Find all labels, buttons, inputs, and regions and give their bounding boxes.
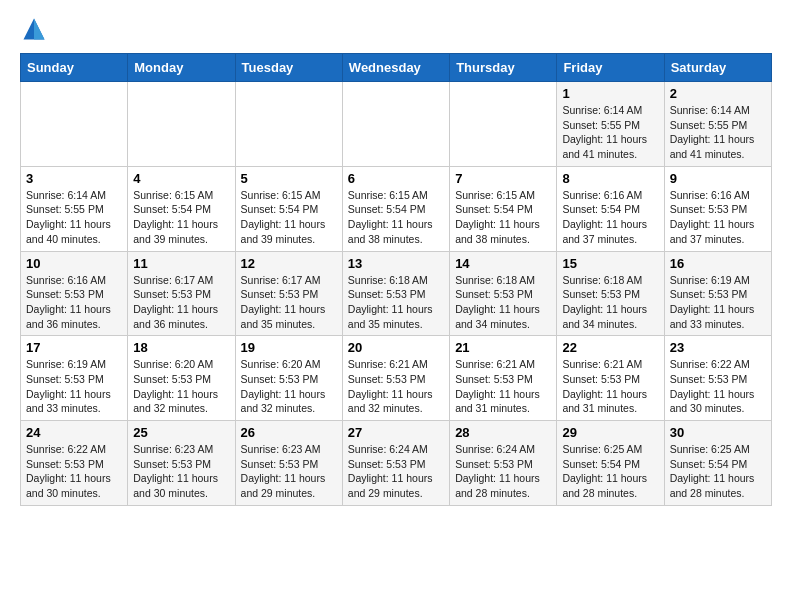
day-number: 10 — [26, 256, 122, 271]
day-number: 3 — [26, 171, 122, 186]
day-number: 2 — [670, 86, 766, 101]
day-info: Sunrise: 6:19 AM Sunset: 5:53 PM Dayligh… — [670, 273, 766, 332]
calendar-cell: 16Sunrise: 6:19 AM Sunset: 5:53 PM Dayli… — [664, 251, 771, 336]
calendar-cell: 20Sunrise: 6:21 AM Sunset: 5:53 PM Dayli… — [342, 336, 449, 421]
day-info: Sunrise: 6:21 AM Sunset: 5:53 PM Dayligh… — [562, 357, 658, 416]
day-number: 22 — [562, 340, 658, 355]
calendar-week-row: 24Sunrise: 6:22 AM Sunset: 5:53 PM Dayli… — [21, 421, 772, 506]
svg-marker-1 — [34, 19, 45, 40]
weekday-header: Sunday — [21, 54, 128, 82]
calendar-week-row: 17Sunrise: 6:19 AM Sunset: 5:53 PM Dayli… — [21, 336, 772, 421]
day-number: 25 — [133, 425, 229, 440]
day-info: Sunrise: 6:22 AM Sunset: 5:53 PM Dayligh… — [670, 357, 766, 416]
day-number: 20 — [348, 340, 444, 355]
day-number: 4 — [133, 171, 229, 186]
page: SundayMondayTuesdayWednesdayThursdayFrid… — [0, 0, 792, 526]
weekday-header: Tuesday — [235, 54, 342, 82]
day-info: Sunrise: 6:16 AM Sunset: 5:53 PM Dayligh… — [670, 188, 766, 247]
weekday-header: Thursday — [450, 54, 557, 82]
logo — [20, 15, 52, 43]
day-info: Sunrise: 6:22 AM Sunset: 5:53 PM Dayligh… — [26, 442, 122, 501]
day-info: Sunrise: 6:24 AM Sunset: 5:53 PM Dayligh… — [348, 442, 444, 501]
calendar-cell — [21, 82, 128, 167]
day-info: Sunrise: 6:16 AM Sunset: 5:53 PM Dayligh… — [26, 273, 122, 332]
day-info: Sunrise: 6:18 AM Sunset: 5:53 PM Dayligh… — [455, 273, 551, 332]
calendar-cell: 8Sunrise: 6:16 AM Sunset: 5:54 PM Daylig… — [557, 166, 664, 251]
weekday-header: Monday — [128, 54, 235, 82]
calendar-cell: 4Sunrise: 6:15 AM Sunset: 5:54 PM Daylig… — [128, 166, 235, 251]
calendar-cell: 30Sunrise: 6:25 AM Sunset: 5:54 PM Dayli… — [664, 421, 771, 506]
day-info: Sunrise: 6:21 AM Sunset: 5:53 PM Dayligh… — [455, 357, 551, 416]
day-number: 23 — [670, 340, 766, 355]
day-number: 30 — [670, 425, 766, 440]
calendar-cell: 9Sunrise: 6:16 AM Sunset: 5:53 PM Daylig… — [664, 166, 771, 251]
calendar-cell: 15Sunrise: 6:18 AM Sunset: 5:53 PM Dayli… — [557, 251, 664, 336]
calendar-header-row: SundayMondayTuesdayWednesdayThursdayFrid… — [21, 54, 772, 82]
day-number: 13 — [348, 256, 444, 271]
day-number: 7 — [455, 171, 551, 186]
calendar-cell: 5Sunrise: 6:15 AM Sunset: 5:54 PM Daylig… — [235, 166, 342, 251]
calendar-cell — [128, 82, 235, 167]
calendar-cell: 28Sunrise: 6:24 AM Sunset: 5:53 PM Dayli… — [450, 421, 557, 506]
day-info: Sunrise: 6:25 AM Sunset: 5:54 PM Dayligh… — [670, 442, 766, 501]
calendar-cell: 22Sunrise: 6:21 AM Sunset: 5:53 PM Dayli… — [557, 336, 664, 421]
calendar-cell: 17Sunrise: 6:19 AM Sunset: 5:53 PM Dayli… — [21, 336, 128, 421]
weekday-header: Saturday — [664, 54, 771, 82]
day-number: 28 — [455, 425, 551, 440]
day-info: Sunrise: 6:18 AM Sunset: 5:53 PM Dayligh… — [348, 273, 444, 332]
calendar-cell: 11Sunrise: 6:17 AM Sunset: 5:53 PM Dayli… — [128, 251, 235, 336]
day-number: 18 — [133, 340, 229, 355]
day-info: Sunrise: 6:16 AM Sunset: 5:54 PM Dayligh… — [562, 188, 658, 247]
calendar-cell: 21Sunrise: 6:21 AM Sunset: 5:53 PM Dayli… — [450, 336, 557, 421]
calendar-week-row: 1Sunrise: 6:14 AM Sunset: 5:55 PM Daylig… — [21, 82, 772, 167]
day-number: 9 — [670, 171, 766, 186]
calendar-table: SundayMondayTuesdayWednesdayThursdayFrid… — [20, 53, 772, 506]
calendar-cell — [235, 82, 342, 167]
day-number: 27 — [348, 425, 444, 440]
day-number: 12 — [241, 256, 337, 271]
day-number: 29 — [562, 425, 658, 440]
calendar-week-row: 3Sunrise: 6:14 AM Sunset: 5:55 PM Daylig… — [21, 166, 772, 251]
day-info: Sunrise: 6:23 AM Sunset: 5:53 PM Dayligh… — [133, 442, 229, 501]
day-info: Sunrise: 6:21 AM Sunset: 5:53 PM Dayligh… — [348, 357, 444, 416]
day-number: 15 — [562, 256, 658, 271]
calendar-cell: 14Sunrise: 6:18 AM Sunset: 5:53 PM Dayli… — [450, 251, 557, 336]
calendar-cell: 29Sunrise: 6:25 AM Sunset: 5:54 PM Dayli… — [557, 421, 664, 506]
logo-icon — [20, 15, 48, 43]
calendar-cell: 23Sunrise: 6:22 AM Sunset: 5:53 PM Dayli… — [664, 336, 771, 421]
day-info: Sunrise: 6:14 AM Sunset: 5:55 PM Dayligh… — [670, 103, 766, 162]
day-number: 24 — [26, 425, 122, 440]
day-number: 11 — [133, 256, 229, 271]
day-info: Sunrise: 6:25 AM Sunset: 5:54 PM Dayligh… — [562, 442, 658, 501]
day-info: Sunrise: 6:18 AM Sunset: 5:53 PM Dayligh… — [562, 273, 658, 332]
day-number: 5 — [241, 171, 337, 186]
day-info: Sunrise: 6:15 AM Sunset: 5:54 PM Dayligh… — [133, 188, 229, 247]
weekday-header: Wednesday — [342, 54, 449, 82]
day-info: Sunrise: 6:14 AM Sunset: 5:55 PM Dayligh… — [26, 188, 122, 247]
calendar-cell — [342, 82, 449, 167]
calendar-cell: 6Sunrise: 6:15 AM Sunset: 5:54 PM Daylig… — [342, 166, 449, 251]
day-number: 19 — [241, 340, 337, 355]
day-info: Sunrise: 6:24 AM Sunset: 5:53 PM Dayligh… — [455, 442, 551, 501]
day-info: Sunrise: 6:20 AM Sunset: 5:53 PM Dayligh… — [133, 357, 229, 416]
header — [20, 15, 772, 43]
day-info: Sunrise: 6:15 AM Sunset: 5:54 PM Dayligh… — [348, 188, 444, 247]
calendar-cell: 12Sunrise: 6:17 AM Sunset: 5:53 PM Dayli… — [235, 251, 342, 336]
calendar-week-row: 10Sunrise: 6:16 AM Sunset: 5:53 PM Dayli… — [21, 251, 772, 336]
calendar-cell: 13Sunrise: 6:18 AM Sunset: 5:53 PM Dayli… — [342, 251, 449, 336]
day-info: Sunrise: 6:15 AM Sunset: 5:54 PM Dayligh… — [241, 188, 337, 247]
calendar-cell: 19Sunrise: 6:20 AM Sunset: 5:53 PM Dayli… — [235, 336, 342, 421]
calendar-cell: 7Sunrise: 6:15 AM Sunset: 5:54 PM Daylig… — [450, 166, 557, 251]
calendar-cell: 10Sunrise: 6:16 AM Sunset: 5:53 PM Dayli… — [21, 251, 128, 336]
day-info: Sunrise: 6:20 AM Sunset: 5:53 PM Dayligh… — [241, 357, 337, 416]
day-info: Sunrise: 6:19 AM Sunset: 5:53 PM Dayligh… — [26, 357, 122, 416]
day-number: 17 — [26, 340, 122, 355]
day-number: 1 — [562, 86, 658, 101]
day-number: 6 — [348, 171, 444, 186]
calendar-cell: 1Sunrise: 6:14 AM Sunset: 5:55 PM Daylig… — [557, 82, 664, 167]
calendar-cell: 18Sunrise: 6:20 AM Sunset: 5:53 PM Dayli… — [128, 336, 235, 421]
calendar-cell: 25Sunrise: 6:23 AM Sunset: 5:53 PM Dayli… — [128, 421, 235, 506]
calendar-cell: 27Sunrise: 6:24 AM Sunset: 5:53 PM Dayli… — [342, 421, 449, 506]
day-number: 21 — [455, 340, 551, 355]
day-info: Sunrise: 6:17 AM Sunset: 5:53 PM Dayligh… — [133, 273, 229, 332]
